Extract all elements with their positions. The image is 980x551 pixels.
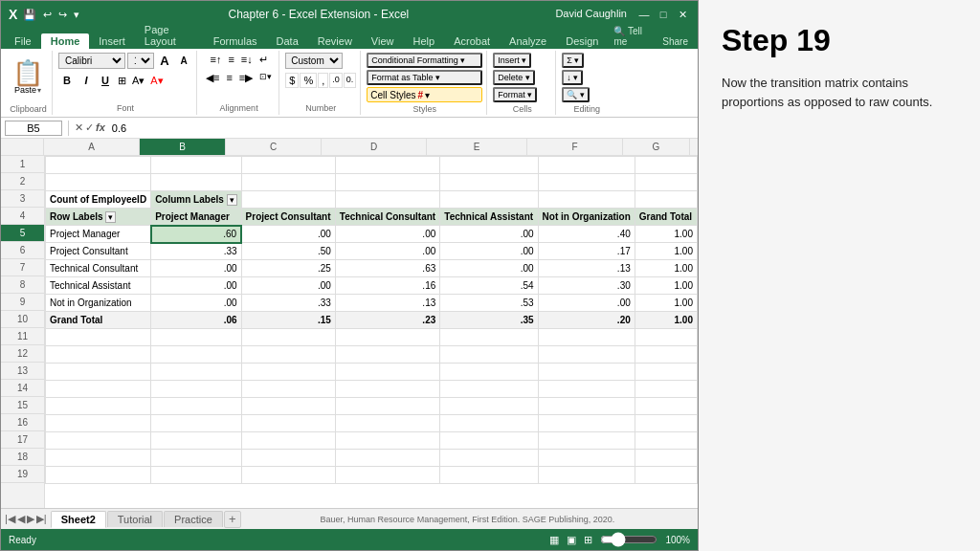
cell-b4[interactable]: Project Manager [151, 209, 241, 226]
merge-btn[interactable]: ⊡▾ [256, 71, 275, 85]
cell-c6[interactable]: .50 [241, 243, 335, 260]
cell-e3[interactable] [440, 191, 538, 209]
tab-file[interactable]: File [5, 33, 41, 49]
format-btn[interactable]: Format ▾ [493, 87, 537, 102]
cell-d1[interactable] [335, 157, 439, 174]
view-page-btn[interactable]: ▣ [567, 534, 576, 546]
cell-d8[interactable]: .16 [335, 277, 439, 295]
row-15[interactable]: 15 [1, 397, 44, 414]
cell-e6[interactable]: .00 [440, 243, 538, 260]
cell-a1[interactable] [46, 157, 151, 174]
sheet-nav-prev[interactable]: ◀ [17, 513, 25, 525]
tab-formulas[interactable]: Formulas [204, 33, 267, 49]
tell-me-btn[interactable]: 🔍 Tell me [608, 24, 657, 49]
cell-styles-btn[interactable]: Cell Styles # ▾ [367, 87, 482, 102]
column-labels-filter-btn[interactable]: ▾ [227, 194, 237, 206]
row-1[interactable]: 1 [1, 156, 44, 173]
cell-e9[interactable]: .53 [440, 295, 538, 312]
cell-f10[interactable]: .20 [538, 312, 635, 329]
cell-a8[interactable]: Technical Assistant [46, 277, 151, 295]
cell-g9[interactable]: 1.00 [635, 295, 697, 312]
cell-c4[interactable]: Project Consultant [241, 209, 335, 226]
sheet-nav-last[interactable]: ▶| [36, 513, 47, 525]
cell-c8[interactable]: .00 [241, 277, 335, 295]
cell-d5[interactable]: .00 [335, 226, 439, 243]
cell-a4[interactable]: Row Labels ▾ [46, 209, 151, 226]
align-right-btn[interactable]: ≡▶ [236, 71, 256, 85]
row-labels-filter-btn[interactable]: ▾ [105, 211, 116, 223]
tab-design[interactable]: Design [556, 33, 608, 49]
cell-g6[interactable]: 1.00 [635, 243, 697, 260]
wrap-text-btn[interactable]: ↵ [256, 53, 271, 67]
cell-e8[interactable]: .54 [440, 277, 538, 295]
font-size-select[interactable]: 11 [127, 53, 154, 69]
cell-f6[interactable]: .17 [538, 243, 635, 260]
cell-g8[interactable]: 1.00 [635, 277, 697, 295]
share-btn[interactable]: Share [657, 34, 694, 49]
cell-a10[interactable]: Grand Total [46, 312, 151, 329]
percent-btn[interactable]: $ [285, 73, 299, 88]
customize-quick-btn[interactable]: ▾ [72, 8, 81, 22]
cell-f7[interactable]: .13 [538, 260, 635, 277]
row-14[interactable]: 14 [1, 380, 44, 397]
row-6[interactable]: 6 [1, 242, 44, 259]
zoom-slider[interactable] [600, 532, 657, 547]
col-a[interactable]: A [44, 139, 140, 155]
row-4[interactable]: 4 [1, 208, 44, 225]
col-b[interactable]: B [140, 139, 226, 155]
fill-btn[interactable]: ↓ ▾ [562, 70, 583, 85]
cell-c3[interactable] [241, 191, 335, 209]
cell-f2[interactable] [538, 174, 635, 191]
cell-a6[interactable]: Project Consultant [46, 243, 151, 260]
sheet-nav-next[interactable]: ▶ [27, 513, 34, 525]
sum-btn[interactable]: Σ ▾ [562, 53, 584, 68]
cell-b2[interactable] [151, 174, 241, 191]
cell-b10[interactable]: .06 [151, 312, 241, 329]
cell-d4[interactable]: Technical Consultant [335, 209, 439, 226]
sheet-tab-tutorial[interactable]: Tutorial [107, 511, 163, 527]
row-9[interactable]: 9 [1, 294, 44, 311]
italic-btn[interactable]: I [78, 73, 95, 88]
cell-g3[interactable] [635, 191, 697, 209]
conditional-formatting-btn[interactable]: Conditional Formatting ▾ [367, 53, 482, 68]
row-10[interactable]: 10 [1, 311, 44, 328]
cell-c1[interactable] [241, 157, 335, 174]
cell-f5[interactable]: .40 [538, 226, 635, 243]
cell-f8[interactable]: .30 [538, 277, 635, 295]
paste-button[interactable]: 📋 Paste ▾ [9, 53, 47, 102]
cell-d9[interactable]: .13 [335, 295, 439, 312]
col-d[interactable]: D [322, 139, 427, 155]
decrease-decimal-btn[interactable]: 0. [344, 73, 357, 88]
cell-e5[interactable]: .00 [440, 226, 538, 243]
increase-decimal-btn[interactable]: .0 [329, 73, 343, 88]
tab-home[interactable]: Home [41, 33, 90, 49]
col-f[interactable]: F [527, 139, 623, 155]
maximize-btn[interactable]: □ [656, 8, 671, 21]
row-13[interactable]: 13 [1, 363, 44, 380]
underline-btn[interactable]: U [97, 73, 114, 88]
align-top-btn[interactable]: ≡↑ [208, 53, 225, 67]
undo-quick-btn[interactable]: ↩ [41, 8, 54, 22]
cell-d3[interactable] [335, 191, 439, 209]
close-btn[interactable]: ✕ [675, 8, 690, 21]
row-18[interactable]: 18 [1, 449, 44, 466]
cell-b1[interactable] [151, 157, 241, 174]
insert-function-icon[interactable]: fx [96, 121, 105, 134]
cell-e1[interactable] [440, 157, 538, 174]
cell-f3[interactable] [538, 191, 635, 209]
cell-b8[interactable]: .00 [151, 277, 241, 295]
find-btn[interactable]: 🔍 ▾ [562, 87, 590, 102]
cell-d6[interactable]: .00 [335, 243, 439, 260]
row-5[interactable]: 5 [1, 225, 44, 242]
cell-g4[interactable]: Grand Total [635, 209, 697, 226]
delete-btn[interactable]: Delete ▾ [493, 70, 535, 85]
sheet-tab-sheet2[interactable]: Sheet2 [51, 511, 106, 528]
row-19[interactable]: 19 [1, 466, 44, 483]
cell-b3[interactable]: Column Labels ▾ [151, 191, 241, 209]
format-as-table-btn[interactable]: Format as Table ▾ [367, 70, 482, 85]
tab-help[interactable]: Help [404, 33, 445, 49]
fill-color-btn[interactable]: A▾ [130, 74, 146, 88]
cell-g10[interactable]: 1.00 [635, 312, 697, 329]
tab-analyze[interactable]: Analyze [500, 33, 556, 49]
cell-c10[interactable]: .15 [241, 312, 335, 329]
